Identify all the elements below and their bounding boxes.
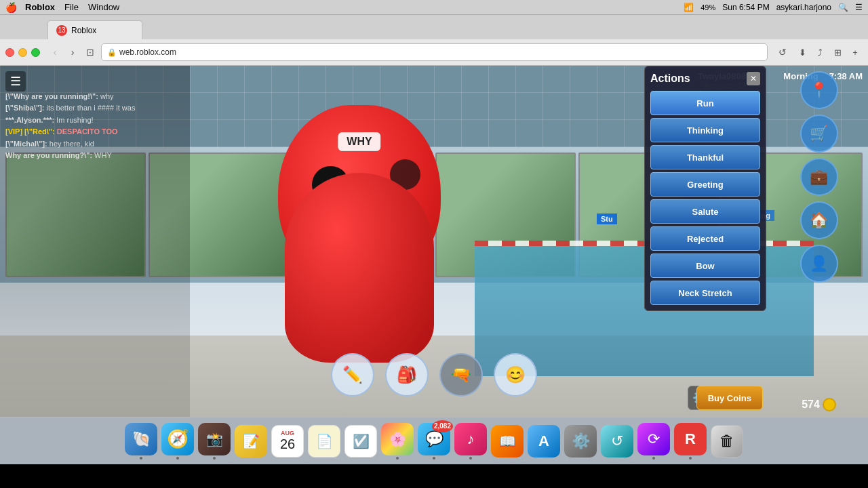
- action-salute-button[interactable]: Salute: [650, 199, 760, 224]
- chat-message: [\"Michal\"]: hey there, kid: [5, 139, 184, 149]
- photos-icon: 🌸: [381, 423, 414, 455]
- dock-item-trash[interactable]: 🗑: [711, 425, 743, 458]
- browser-tab-roblox[interactable]: 13 Roblox: [47, 20, 142, 39]
- app-menu-roblox[interactable]: Roblox: [25, 2, 55, 12]
- chat-username: [\"Shiba\"]:: [5, 104, 44, 112]
- stickies-icon: 📄: [308, 425, 340, 458]
- arc-icon: ⟳: [637, 423, 670, 455]
- control-icon[interactable]: ☰: [855, 3, 863, 12]
- shop-sidebar-button[interactable]: 🛒: [800, 115, 838, 152]
- coin-icon: [823, 398, 836, 411]
- chat-text: hey there, kid: [50, 140, 94, 148]
- menubar-user[interactable]: asykari.harjono: [776, 3, 831, 12]
- messages-badge: 2,082: [432, 420, 453, 432]
- app-menu-file[interactable]: File: [64, 2, 79, 12]
- chat-messages: [\"Why are you running!\": why [\"Shiba\…: [5, 92, 184, 161]
- dock-item-photobooth[interactable]: 📸: [198, 423, 231, 460]
- chat-message: [\"Why are you running!\": why: [5, 92, 184, 102]
- ssl-lock-icon: 🔒: [107, 48, 117, 57]
- menubar-right: 📶 49% Sun 6:54 PM asykari.harjono 🔍 ☰: [684, 0, 863, 15]
- buy-coins-button[interactable]: Buy Coins: [696, 386, 763, 410]
- maximize-window-button[interactable]: [31, 48, 40, 57]
- dock-item-timemachine[interactable]: ↺: [601, 425, 633, 458]
- coins-display: 574: [802, 398, 836, 411]
- close-window-button[interactable]: [5, 48, 14, 57]
- character-body: [285, 173, 434, 363]
- appstore-icon: A: [528, 425, 560, 458]
- menu-items: Roblox File Window: [25, 2, 119, 12]
- action-bow-button[interactable]: Bow: [650, 253, 760, 278]
- address-bar[interactable]: 🔒 web.roblox.com: [101, 43, 768, 61]
- back-button[interactable]: ‹: [48, 45, 62, 59]
- dock-item-arc[interactable]: ⟳: [637, 423, 670, 460]
- share-button[interactable]: ⤴: [812, 45, 827, 60]
- dock-item-books[interactable]: 📖: [491, 425, 524, 458]
- calendar-day: 26: [280, 436, 295, 452]
- chat-message: Why are you running?\": WHY: [5, 150, 184, 161]
- extensions-button[interactable]: +: [848, 45, 863, 60]
- roblox-icon: R: [674, 423, 707, 455]
- dock-item-appstore[interactable]: A: [528, 425, 560, 458]
- reading-mode-button[interactable]: ⊡: [83, 45, 97, 59]
- briefcase-icon: 💼: [810, 168, 828, 186]
- inventory-sidebar-button[interactable]: 💼: [800, 158, 838, 196]
- menu-button[interactable]: ☰: [5, 71, 26, 92]
- dock-running-dot: [176, 457, 179, 460]
- browser-controls: ‹ › ⊡ 🔒 web.roblox.com ↺ ⬇ ⤴ ⊞ +: [0, 39, 868, 65]
- app-menu-window[interactable]: Window: [88, 2, 119, 12]
- home-sidebar-button[interactable]: 🏠: [800, 201, 838, 239]
- dock-item-calendar[interactable]: AUG 26: [271, 425, 304, 458]
- dock-item-music[interactable]: ♪: [454, 423, 487, 460]
- dock-item-photos[interactable]: 🌸: [381, 423, 414, 460]
- action-rejected-button[interactable]: Rejected: [650, 226, 760, 251]
- dock-item-finder[interactable]: 🐚: [125, 423, 157, 460]
- add-bookmark-button[interactable]: ⊞: [830, 45, 845, 60]
- location-sidebar-button[interactable]: 📍: [800, 71, 838, 109]
- browser-actions: ⬇ ⤴ ⊞ +: [795, 45, 863, 60]
- dock-item-roblox[interactable]: R: [674, 423, 707, 460]
- weapon-tool-button[interactable]: 🔫: [439, 353, 483, 396]
- dock-item-stickies[interactable]: 📄: [308, 425, 340, 458]
- emote-tool-button[interactable]: 😊: [494, 353, 537, 396]
- photobooth-icon: 📸: [198, 423, 231, 455]
- dock-item-safari[interactable]: 🧭: [161, 423, 194, 460]
- menubar-time: Sun 6:54 PM: [722, 3, 769, 12]
- pencil-tool-button[interactable]: ✏️: [331, 353, 374, 396]
- url-text: web.roblox.com: [119, 47, 176, 57]
- mac-menubar: 🍎 Roblox File Window 📶 49% Sun 6:54 PM a…: [0, 0, 868, 15]
- dock-item-notes[interactable]: 📝: [235, 425, 267, 458]
- sysprefs-icon: ⚙️: [564, 425, 597, 458]
- chat-message: [VIP] [\"Red\": DESPACITO TOO: [5, 127, 184, 137]
- location-icon: 📍: [810, 81, 828, 99]
- dock-running-dot: [433, 457, 435, 460]
- reload-button[interactable]: ↺: [774, 44, 791, 60]
- apple-logo-icon[interactable]: 🍎: [5, 2, 17, 13]
- cart-icon: 🛒: [810, 125, 828, 142]
- books-icon: 📖: [491, 425, 524, 458]
- download-button[interactable]: ⬇: [795, 45, 810, 60]
- action-thinking-button[interactable]: Thinking: [650, 118, 760, 142]
- search-icon[interactable]: 🔍: [838, 3, 848, 12]
- dock-item-messages[interactable]: 💬 2,082: [418, 423, 450, 460]
- bag-tool-button[interactable]: 🎒: [385, 353, 429, 396]
- dock-running-dot: [140, 457, 142, 460]
- dock-item-reminders[interactable]: ☑️: [344, 425, 377, 458]
- forward-button[interactable]: ›: [66, 45, 79, 59]
- actions-close-button[interactable]: ✕: [747, 72, 760, 85]
- dock-running-dot: [396, 457, 399, 460]
- profile-sidebar-button[interactable]: 👤: [800, 245, 838, 283]
- right-sidebar: 📍 🛒 💼 🏠 👤 574: [770, 66, 868, 417]
- profile-icon: 👤: [810, 255, 828, 272]
- tab-label: Roblox: [71, 26, 96, 35]
- dock-running-dot: [652, 457, 655, 460]
- action-greeting-button[interactable]: Greeting: [650, 172, 760, 197]
- action-run-button[interactable]: Run: [650, 91, 760, 115]
- game-container: WHY Stu nning ☰ [\"Why are you running!\…: [0, 66, 868, 417]
- dock-item-sysprefs[interactable]: ⚙️: [564, 425, 597, 458]
- minimize-window-button[interactable]: [18, 48, 27, 57]
- action-thankful-button[interactable]: Thankful: [650, 145, 760, 169]
- battery-indicator: 49%: [701, 3, 715, 12]
- action-neck-stretch-button[interactable]: Neck Stretch: [650, 281, 760, 305]
- calendar-icon: AUG 26: [271, 425, 304, 458]
- reminders-icon: ☑️: [344, 425, 377, 458]
